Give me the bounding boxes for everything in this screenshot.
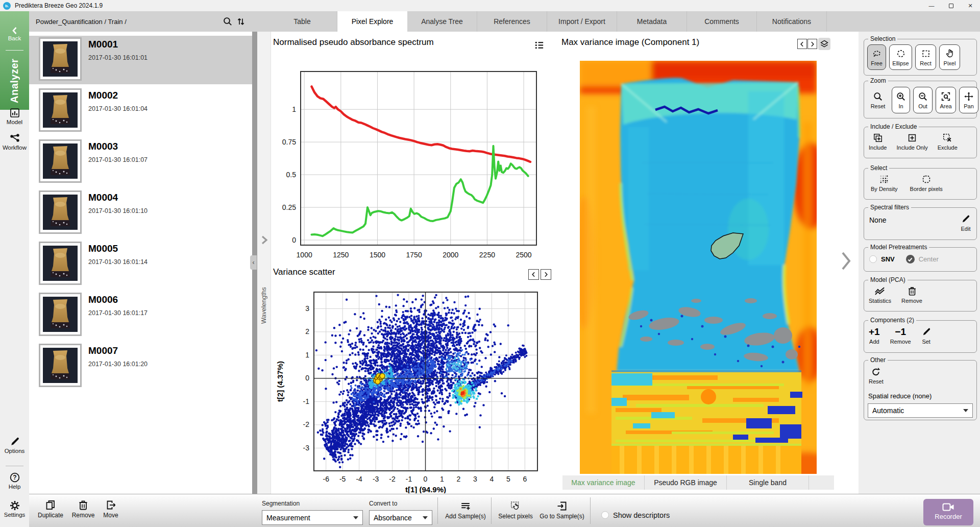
minus-one-glyph: −1 bbox=[895, 327, 906, 337]
select-by-density-button[interactable]: By Density bbox=[869, 173, 899, 193]
statistics-button[interactable]: Statistics bbox=[867, 285, 893, 305]
zoom-in-button[interactable]: In bbox=[892, 87, 910, 113]
tab-analyse-tree[interactable]: Analyse Tree bbox=[407, 11, 477, 32]
selection-pixel-button[interactable]: Pixel bbox=[939, 44, 960, 70]
remove-button[interactable]: Remove bbox=[69, 499, 97, 519]
sample-item[interactable]: M00052017-01-30 16:01:14 bbox=[29, 240, 252, 289]
sidebar-item-help[interactable]: ? Help bbox=[0, 472, 29, 490]
spectrum-chart[interactable]: 00.250.50.751100012501500175020002250250… bbox=[271, 53, 549, 268]
minimize-button[interactable]: — bbox=[922, 0, 941, 11]
sidebar-item-workflow[interactable]: Workflow bbox=[0, 133, 29, 151]
sample-item[interactable]: M00012017-01-30 16:01:01 bbox=[29, 36, 252, 84]
back-button[interactable]: Back bbox=[0, 27, 29, 41]
tab-comments[interactable]: Comments bbox=[687, 11, 757, 32]
center-label: Center bbox=[919, 255, 939, 263]
selection-ellipse-button[interactable]: Ellipse bbox=[889, 44, 912, 70]
duplicate-button[interactable]: Duplicate bbox=[36, 499, 65, 519]
include-button[interactable]: Include bbox=[867, 132, 888, 152]
zoom-out-button[interactable]: Out bbox=[913, 87, 933, 113]
component-add-button[interactable]: +1Add bbox=[867, 326, 881, 346]
select-border-pixels-button[interactable]: Border pixels bbox=[909, 173, 944, 193]
collapse-left-chevron-icon[interactable]: ‹ bbox=[250, 255, 257, 270]
component-remove-button[interactable]: −1Remove bbox=[889, 326, 913, 346]
breadcrumb[interactable]: Powder_Quantification / Train / bbox=[36, 18, 127, 26]
model-remove-button[interactable]: Remove bbox=[900, 285, 924, 305]
tab-notifications[interactable]: Notifications bbox=[757, 11, 827, 32]
svg-text:6: 6 bbox=[523, 475, 527, 483]
sample-item[interactable]: M00032017-01-30 16:01:07 bbox=[29, 138, 252, 186]
sample-thumbnail bbox=[39, 88, 82, 132]
select-group: Select By Density Border pixels bbox=[864, 168, 977, 200]
zoom-area-button[interactable]: Area bbox=[936, 87, 956, 113]
center-checkbox[interactable] bbox=[906, 255, 915, 264]
main-content: Normalised pseudo absorbance spectrum 00… bbox=[271, 32, 859, 494]
sidebar-item-settings[interactable]: Settings bbox=[0, 500, 29, 518]
variance-scatter-chart[interactable]: -6-5-4-3-2-10123456-3-2-10123t[1] (94.9%… bbox=[271, 282, 550, 493]
spatial-reduce-dropdown[interactable]: Automatic bbox=[868, 403, 973, 418]
convert-to-dropdown[interactable]: Absorbance bbox=[369, 510, 432, 525]
tab-references[interactable]: References bbox=[477, 11, 547, 32]
max-variance-image[interactable] bbox=[580, 61, 817, 474]
sidebar-divider bbox=[6, 466, 23, 466]
image-tab-max-variance-image[interactable]: Max variance image bbox=[562, 475, 645, 490]
segmentation-dropdown[interactable]: Measurement bbox=[262, 510, 363, 525]
move-button[interactable]: Move bbox=[99, 499, 123, 519]
collapse-right-chevron-icon[interactable] bbox=[839, 250, 852, 272]
model-pca-group: Model (PCA) Statistics Remove bbox=[864, 280, 977, 312]
selection-free-button[interactable]: Free bbox=[867, 44, 886, 70]
heat-bag bbox=[617, 78, 800, 372]
search-icon[interactable] bbox=[223, 16, 233, 27]
close-button[interactable]: ✕ bbox=[961, 0, 980, 11]
sample-item[interactable]: M00022017-01-30 16:01:04 bbox=[29, 87, 252, 135]
sample-name: M0005 bbox=[88, 243, 118, 254]
svg-text:1500: 1500 bbox=[370, 251, 385, 259]
bottom-bar: Duplicate Remove Move Segmentation Measu… bbox=[29, 494, 980, 527]
sort-icon[interactable] bbox=[236, 16, 246, 27]
other-reset-button[interactable]: Reset bbox=[867, 366, 885, 386]
scatter-prev-button[interactable] bbox=[528, 269, 539, 280]
include-only-button[interactable]: Include Only bbox=[895, 132, 929, 152]
sample-item[interactable]: M00062017-01-30 16:01:17 bbox=[29, 291, 252, 340]
recorder-button[interactable]: Recorder bbox=[923, 499, 973, 525]
scatter-next-button[interactable] bbox=[541, 269, 551, 280]
exclude-button[interactable]: Exclude bbox=[936, 132, 959, 152]
app-window: b. Prediktera Breeze Geo 2024.1.9 — ✕ Ba… bbox=[0, 0, 980, 527]
include-exclude-group: Include / Exclude Include Include Only E… bbox=[864, 127, 977, 158]
zoom-reset-button[interactable]: Reset bbox=[867, 87, 889, 113]
show-descriptors-radio[interactable] bbox=[601, 511, 609, 519]
component-set-button[interactable]: Set bbox=[920, 326, 933, 346]
chevron-down-icon bbox=[423, 516, 428, 519]
tab-import-export[interactable]: Import / Export bbox=[547, 11, 617, 32]
tab-metadata[interactable]: Metadata bbox=[617, 11, 687, 32]
image-next-button[interactable] bbox=[807, 39, 817, 49]
add-samples-button[interactable]: Add Sample(s) bbox=[443, 500, 488, 520]
sidebar-item-model[interactable]: Model bbox=[0, 107, 29, 125]
image-prev-button[interactable] bbox=[797, 39, 807, 49]
image-tab-pseudo-rgb-image[interactable]: Pseudo RGB image bbox=[645, 475, 727, 490]
sidebar-item-options[interactable]: Options bbox=[0, 436, 29, 454]
tab-pixel-explore[interactable]: Pixel Explore bbox=[337, 11, 407, 32]
sample-timestamp: 2017-01-30 16:01:10 bbox=[88, 207, 148, 214]
pencil-icon bbox=[921, 327, 932, 337]
selection-group: Selection Free Ellipse Rect Pixel bbox=[864, 39, 977, 76]
select-pixels-button[interactable]: Select pixels bbox=[496, 500, 535, 520]
wavelengths-collapsed-panel[interactable]: Wavelengths bbox=[257, 32, 271, 494]
layers-icon[interactable] bbox=[818, 38, 830, 50]
tab-bar: TablePixel ExploreAnalyse TreeReferences… bbox=[252, 11, 980, 32]
image-tab-single-band[interactable]: Single band bbox=[727, 475, 809, 490]
pan-icon bbox=[964, 91, 974, 102]
svg-text:3: 3 bbox=[305, 304, 309, 313]
lasso-icon bbox=[872, 49, 882, 59]
sample-list: M00012017-01-30 16:01:01M00022017-01-30 … bbox=[29, 32, 252, 494]
tab-table[interactable]: Table bbox=[267, 11, 337, 32]
sample-item[interactable]: M00072017-01-30 16:01:20 bbox=[29, 342, 252, 391]
selection-rect-button[interactable]: Rect bbox=[915, 44, 936, 70]
goto-samples-button[interactable]: Go to Sample(s) bbox=[537, 500, 586, 520]
snv-radio[interactable] bbox=[869, 255, 877, 263]
snv-label: SNV bbox=[881, 255, 895, 263]
sample-item[interactable]: M00042017-01-30 16:01:10 bbox=[29, 189, 252, 237]
zoom-pan-button[interactable]: Pan bbox=[959, 87, 978, 113]
spectral-filters-edit-button[interactable]: Edit bbox=[959, 213, 972, 233]
maximize-button[interactable] bbox=[941, 0, 961, 11]
spectrum-options-icon[interactable] bbox=[533, 39, 545, 51]
